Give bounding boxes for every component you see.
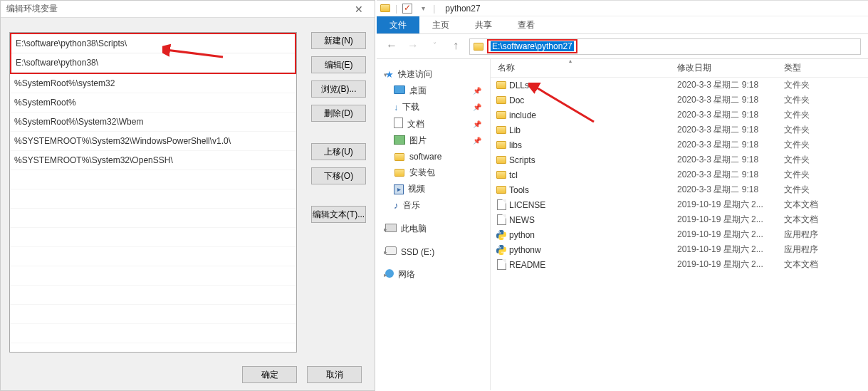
file-row[interactable]: NEWS2019-10-19 星期六 2...文本文档 xyxy=(491,212,868,227)
nav-sidebar: ▾快速访问 桌面📌 下载📌 文档📌 图片📌 software 安装包 视频 音乐… xyxy=(377,59,491,390)
tab-home[interactable]: 主页 xyxy=(419,16,462,33)
col-date[interactable]: 修改日期 xyxy=(677,62,784,74)
file-row[interactable]: pythonw2019-10-19 星期六 2...应用程序 xyxy=(491,242,868,257)
file-row[interactable]: include2020-3-3 星期二 9:18文件夹 xyxy=(491,108,868,122)
chevron-down-icon: ▾ xyxy=(384,71,387,78)
sidebar-label: 网络 xyxy=(398,269,415,281)
env-path-empty[interactable] xyxy=(10,305,296,324)
file-name: Tools xyxy=(508,185,677,195)
folder-icon xyxy=(496,95,507,106)
sidebar-item-downloads[interactable]: 下载📌 xyxy=(381,99,486,115)
sort-asc-icon: ▴ xyxy=(569,59,572,64)
file-type: 文件夹 xyxy=(784,154,841,166)
file-row[interactable]: python2019-10-19 星期六 2...应用程序 xyxy=(491,227,868,242)
col-name[interactable]: 名称 xyxy=(495,62,677,74)
env-path-item[interactable]: E:\software\python38\Scripts\ xyxy=(11,34,295,53)
env-path-item[interactable]: %SYSTEMROOT%\System32\OpenSSH\ xyxy=(10,151,296,170)
file-explorer: | ▾ | python27 文件 主页 共享 查看 ← → ˅ ↑ E:\so… xyxy=(377,0,868,391)
env-path-empty[interactable] xyxy=(10,343,296,353)
folder-icon xyxy=(394,167,405,179)
folder-icon xyxy=(380,3,391,14)
browse-button[interactable]: 浏览(B)... xyxy=(311,80,366,98)
edit-button[interactable]: 编辑(E) xyxy=(311,56,366,73)
file-date: 2019-10-19 星期六 2... xyxy=(677,244,784,256)
env-path-item[interactable]: %SYSTEMROOT%\System32\WindowsPowerShell\… xyxy=(10,132,296,151)
env-path-empty[interactable] xyxy=(10,209,296,228)
file-row[interactable]: libs2020-3-3 星期二 9:18文件夹 xyxy=(491,137,868,152)
file-row[interactable]: README2019-10-19 星期六 2...文本文档 xyxy=(491,257,868,272)
file-type: 应用程序 xyxy=(784,244,841,256)
tab-file[interactable]: 文件 xyxy=(377,16,419,33)
folder-icon xyxy=(496,170,507,181)
sidebar-item-pictures[interactable]: 图片📌 xyxy=(381,132,486,149)
env-path-empty[interactable] xyxy=(10,324,296,343)
env-path-empty[interactable] xyxy=(10,170,296,189)
file-name: Lib xyxy=(508,125,677,135)
sidebar-item-software[interactable]: software xyxy=(381,149,486,165)
env-path-item[interactable]: %SystemRoot% xyxy=(10,93,296,113)
env-path-item[interactable]: %SystemRoot%\system32 xyxy=(10,74,296,93)
address-bar[interactable]: E:\software\python27 xyxy=(469,38,861,55)
folder-icon xyxy=(496,80,507,91)
file-name: Doc xyxy=(508,95,677,105)
address-text[interactable]: E:\software\python27 xyxy=(491,41,574,51)
file-row[interactable]: LICENSE2019-10-19 星期六 2...文本文档 xyxy=(491,197,868,212)
back-button[interactable]: ← xyxy=(384,38,399,54)
sidebar-ssd[interactable]: ▸SSD (E:) xyxy=(381,244,486,259)
env-path-empty[interactable] xyxy=(10,189,296,209)
file-date: 2020-3-3 星期二 9:18 xyxy=(677,154,784,166)
env-path-empty[interactable] xyxy=(10,286,296,305)
move-down-button[interactable]: 下移(O) xyxy=(311,167,366,184)
pictures-icon xyxy=(394,135,405,147)
sidebar-quick-access[interactable]: ▾快速访问 xyxy=(381,66,486,83)
file-row[interactable]: Doc2020-3-3 星期二 9:18文件夹 xyxy=(491,93,868,108)
file-date: 2020-3-3 星期二 9:18 xyxy=(677,124,784,136)
file-row[interactable]: Lib2020-3-3 星期二 9:18文件夹 xyxy=(491,122,868,137)
env-path-item[interactable]: %SystemRoot%\System32\Wbem xyxy=(10,113,296,132)
file-type: 文本文档 xyxy=(784,259,841,271)
dialog-titlebar: 编辑环境变量 ✕ xyxy=(1,1,375,18)
env-path-item[interactable]: E:\software\python38\ xyxy=(11,53,295,73)
move-up-button[interactable]: 上移(U) xyxy=(311,143,366,160)
env-path-empty[interactable] xyxy=(10,228,296,247)
sidebar-item-music[interactable]: 音乐 xyxy=(381,197,486,214)
file-date: 2020-3-3 星期二 9:18 xyxy=(677,94,784,106)
sidebar-item-documents[interactable]: 文档📌 xyxy=(381,115,486,132)
file-row[interactable]: DLLs2020-3-3 星期二 9:18文件夹 xyxy=(491,78,868,93)
file-date: 2020-3-3 星期二 9:18 xyxy=(677,139,784,151)
forward-button[interactable]: → xyxy=(405,38,421,54)
env-path-empty[interactable] xyxy=(10,266,296,286)
ok-button[interactable]: 确定 xyxy=(242,366,297,383)
folder-icon xyxy=(394,151,405,162)
recent-dropdown-icon[interactable]: ˅ xyxy=(427,38,442,54)
file-row[interactable]: Tools2020-3-3 星期二 9:18文件夹 xyxy=(491,182,868,197)
close-icon[interactable]: ✕ xyxy=(349,4,369,15)
ribbon-tabs: 文件 主页 共享 查看 xyxy=(377,16,868,34)
pin-icon: 📌 xyxy=(473,103,481,111)
file-type: 文件夹 xyxy=(784,109,841,121)
sidebar-network[interactable]: ▸网络 xyxy=(381,266,486,283)
new-button[interactable]: 新建(N) xyxy=(311,32,366,49)
file-name: Scripts xyxy=(508,155,677,165)
dropdown-icon[interactable]: ▾ xyxy=(417,3,429,14)
sidebar-label: 安装包 xyxy=(409,167,435,179)
sidebar-label: 文档 xyxy=(407,118,424,130)
edit-text-button[interactable]: 编辑文本(T)... xyxy=(311,206,366,223)
file-row[interactable]: tcl2020-3-3 星期二 9:18文件夹 xyxy=(491,167,868,182)
col-type[interactable]: 类型 xyxy=(784,62,841,74)
sidebar-label: 视频 xyxy=(408,183,425,195)
sidebar-item-packages[interactable]: 安装包 xyxy=(381,165,486,181)
properties-icon[interactable] xyxy=(402,3,413,14)
sidebar-item-desktop[interactable]: 桌面📌 xyxy=(381,83,486,99)
cancel-button[interactable]: 取消 xyxy=(307,366,362,383)
tab-view[interactable]: 查看 xyxy=(505,16,548,33)
sidebar-item-videos[interactable]: 视频 xyxy=(381,181,486,197)
tab-share[interactable]: 共享 xyxy=(462,16,505,33)
up-button[interactable]: ↑ xyxy=(448,38,464,54)
delete-button[interactable]: 删除(D) xyxy=(311,105,366,122)
sidebar-this-pc[interactable]: ▸此电脑 xyxy=(381,221,486,237)
file-name: DLLs xyxy=(508,80,677,90)
file-row[interactable]: Scripts2020-3-3 星期二 9:18文件夹 xyxy=(491,152,868,167)
env-path-list[interactable]: E:\software\python38\Scripts\ E:\softwar… xyxy=(9,32,297,353)
env-path-empty[interactable] xyxy=(10,247,296,266)
